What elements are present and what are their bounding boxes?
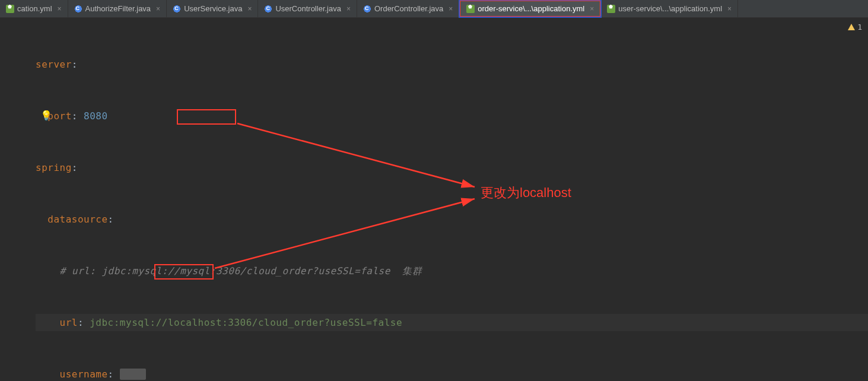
close-icon[interactable]: × [449,5,453,13]
tab-4[interactable]: OrderController.java× [357,0,459,17]
tab-5[interactable]: order-service\...\application.yml× [459,0,601,17]
close-icon[interactable]: × [727,5,732,13]
tab-3[interactable]: UserController.java× [258,0,357,17]
close-icon[interactable]: × [590,5,594,13]
yml-icon [607,5,615,13]
tab-6[interactable]: user-service\...\application.yml× [601,0,738,17]
tab-label: UserController.java [275,4,341,13]
close-icon[interactable]: × [156,5,160,13]
tab-1[interactable]: AuthorizeFilter.java× [68,0,167,17]
tab-label: user-service\...\application.yml [618,4,722,13]
code-content: server: port: 8080 spring: datasource: #… [0,21,868,381]
yml-icon [466,5,475,13]
tab-label: order-service\...\application.yml [478,4,584,13]
close-icon[interactable]: × [58,5,62,13]
tab-label: cation.yml [17,4,52,13]
annotation-text: 更改为localhost [481,184,571,202]
yml-icon [6,5,14,13]
tab-label: OrderController.java [374,4,443,13]
tab-label: UserService.java [184,4,242,13]
code-editor[interactable]: 💡 server: port: 8080 spring: datasource:… [0,18,868,381]
java-icon [264,5,272,13]
tab-2[interactable]: UserService.java× [167,0,258,17]
java-icon [173,5,181,13]
java-icon [74,5,82,13]
editor-tabs: cation.yml×AuthorizeFilter.java×UserServ… [0,0,868,18]
close-icon[interactable]: × [247,5,252,13]
tab-0[interactable]: cation.yml× [0,0,68,17]
tab-label: AuthorizeFilter.java [85,4,151,13]
java-icon [363,5,371,13]
close-icon[interactable]: × [346,5,351,13]
masked-username [120,369,147,380]
